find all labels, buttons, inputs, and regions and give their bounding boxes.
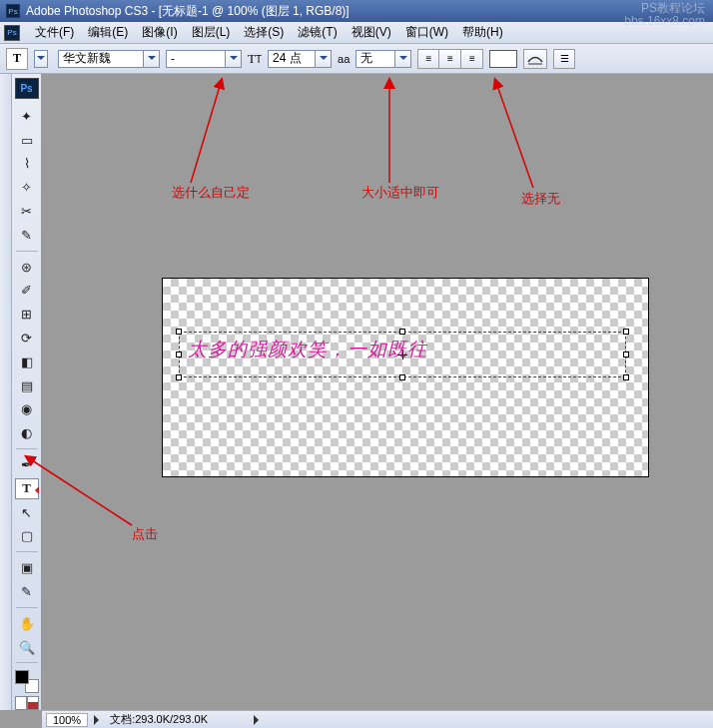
zoom-level[interactable]: 100% xyxy=(46,713,88,727)
align-center-button[interactable]: ≡ xyxy=(439,49,461,69)
align-left-button[interactable]: ≡ xyxy=(417,49,439,69)
menu-window[interactable]: 窗口(W) xyxy=(398,22,455,43)
app-icon: Ps xyxy=(6,4,20,18)
document-window[interactable]: 太多的强颜欢笑，一如既往 xyxy=(162,278,649,477)
options-bar: T TT aa ≡ ≡ ≡ ☰ xyxy=(0,44,713,74)
text-tool-indicator: T xyxy=(6,48,28,70)
handle-bottom-mid[interactable] xyxy=(399,374,405,380)
status-menu-icon[interactable] xyxy=(94,715,104,725)
move-tool[interactable]: ✦ xyxy=(15,106,39,127)
font-size-dropdown-button[interactable] xyxy=(316,50,332,68)
warp-icon xyxy=(527,53,543,65)
svg-line-1 xyxy=(191,83,221,183)
menu-select[interactable]: 选择(S) xyxy=(237,22,291,43)
font-style-dropdown-button[interactable] xyxy=(226,50,242,68)
handle-mid-right[interactable] xyxy=(623,352,629,358)
mask-mode-row[interactable] xyxy=(15,696,39,710)
font-family-input[interactable] xyxy=(58,50,144,68)
status-menu-icon[interactable] xyxy=(254,715,264,725)
menu-view[interactable]: 视图(V) xyxy=(345,22,398,43)
antialias-label: aa xyxy=(338,53,350,65)
handle-top-mid[interactable] xyxy=(399,329,405,335)
eyedropper-tool[interactable]: ✎ xyxy=(15,581,39,602)
annotation-font: 选什么自己定 xyxy=(172,184,250,202)
menu-image[interactable]: 图像(I) xyxy=(135,22,184,43)
font-family-combo[interactable] xyxy=(58,50,160,68)
text-bounding-box[interactable]: 太多的强颜欢笑，一如既往 xyxy=(179,332,626,377)
menu-file[interactable]: 文件(F) xyxy=(28,22,81,43)
separator xyxy=(16,551,38,552)
ps-logo: Ps xyxy=(15,78,39,99)
clone-stamp-tool[interactable]: ⊞ xyxy=(15,304,39,325)
gradient-tool[interactable]: ▤ xyxy=(15,375,39,396)
align-right-button[interactable]: ≡ xyxy=(461,49,483,69)
arrow-icon xyxy=(24,453,144,533)
menu-bar[interactable]: Ps 文件(F) 编辑(E) 图像(I) 图层(L) 选择(S) 滤镜(T) 视… xyxy=(0,22,713,44)
marquee-tool[interactable]: ▭ xyxy=(15,130,39,151)
window-title: Adobe Photoshop CS3 - [无标题-1 @ 100% (图层 … xyxy=(26,3,350,20)
text-color-swatch[interactable] xyxy=(489,50,517,68)
ps-menu-icon[interactable]: Ps xyxy=(4,25,20,41)
svg-line-3 xyxy=(496,83,533,188)
handle-bottom-right[interactable] xyxy=(623,374,629,380)
canvas-area: 太多的强颜欢笑，一如既往 选什么自己定 xyxy=(42,74,713,710)
healing-brush-tool[interactable]: ⊛ xyxy=(15,257,39,278)
handle-mid-left[interactable] xyxy=(176,352,182,358)
blur-tool[interactable]: ◉ xyxy=(15,399,39,420)
arrow-icon xyxy=(491,78,541,194)
arrow-icon xyxy=(381,78,421,188)
font-style-combo[interactable] xyxy=(166,50,242,68)
menu-filter[interactable]: 滤镜(T) xyxy=(291,22,344,43)
separator xyxy=(16,251,38,252)
slice-tool[interactable]: ✎ xyxy=(15,225,39,246)
handle-top-left[interactable] xyxy=(176,329,182,335)
separator xyxy=(16,607,38,608)
font-size-icon: TT xyxy=(248,51,262,67)
color-picker[interactable] xyxy=(15,670,39,693)
annotation-tool: 点击 xyxy=(132,525,158,543)
handle-bottom-left[interactable] xyxy=(176,374,182,380)
menu-layer[interactable]: 图层(L) xyxy=(185,22,238,43)
transparent-background: 太多的强颜欢笑，一如既往 xyxy=(163,279,648,476)
warp-text-button[interactable] xyxy=(523,49,547,69)
sample-text[interactable]: 太多的强颜欢笑，一如既往 xyxy=(188,337,427,363)
hand-tool[interactable]: ✋ xyxy=(15,613,39,634)
arrow-icon xyxy=(186,78,246,188)
menu-edit[interactable]: 编辑(E) xyxy=(81,22,135,43)
status-bar: 100% 文档:293.0K/293.0K xyxy=(42,710,713,728)
quickmask-mode[interactable] xyxy=(27,696,39,710)
separator xyxy=(16,448,38,449)
tool-preset-dropdown[interactable] xyxy=(34,50,48,68)
brush-tool[interactable]: ✐ xyxy=(15,280,39,301)
zoom-tool[interactable]: 🔍 xyxy=(15,637,39,658)
font-style-input[interactable] xyxy=(166,50,226,68)
foreground-color[interactable] xyxy=(15,670,29,684)
antialias-input[interactable] xyxy=(356,50,395,68)
font-family-dropdown-button[interactable] xyxy=(144,50,160,68)
font-size-input[interactable] xyxy=(268,50,316,68)
title-bar: Ps Adobe Photoshop CS3 - [无标题-1 @ 100% (… xyxy=(0,0,713,22)
history-brush-tool[interactable]: ⟳ xyxy=(15,328,39,349)
lasso-tool[interactable]: ⌇ xyxy=(15,153,39,174)
text-align-group: ≡ ≡ ≡ xyxy=(417,49,483,69)
dodge-tool[interactable]: ◐ xyxy=(15,422,39,443)
notes-tool[interactable]: ▣ xyxy=(15,557,39,578)
annotation-aa: 选择无 xyxy=(521,190,560,208)
antialias-dropdown-button[interactable] xyxy=(395,50,411,68)
svg-line-4 xyxy=(29,458,132,525)
center-marker xyxy=(397,350,407,360)
menu-help[interactable]: 帮助(H) xyxy=(455,22,510,43)
eraser-tool[interactable]: ◧ xyxy=(15,352,39,372)
toolbox: Ps ✦ ▭ ⌇ ✧ ✂ ✎ ⊛ ✐ ⊞ ⟳ ◧ ▤ ◉ ◐ ✒ T ↖ ▢ ▣… xyxy=(12,74,42,710)
doc-size: 文档:293.0K/293.0K xyxy=(110,712,208,727)
standard-mode[interactable] xyxy=(15,696,27,710)
font-size-combo[interactable] xyxy=(268,50,332,68)
magic-wand-tool[interactable]: ✧ xyxy=(15,177,39,198)
tool-strip-handle[interactable] xyxy=(0,74,12,710)
handle-top-right[interactable] xyxy=(623,329,629,335)
antialias-combo[interactable] xyxy=(356,50,411,68)
character-panel-button[interactable]: ☰ xyxy=(553,49,575,69)
separator xyxy=(16,662,38,663)
annotation-size: 大小适中即可 xyxy=(361,184,439,202)
crop-tool[interactable]: ✂ xyxy=(15,201,39,222)
